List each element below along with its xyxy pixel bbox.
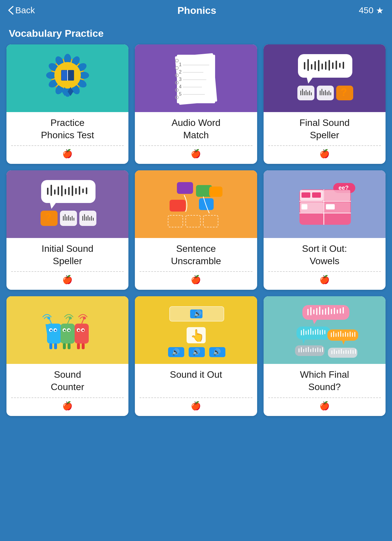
card-sort-it-out-vowels[interactable]: ee? Sort it Out:Vowels 🍎 [264, 170, 386, 290]
card-body-sort-it-out-vowels: Sort it Out:Vowels 🍎 [264, 238, 386, 290]
svg-rect-68 [330, 92, 331, 95]
card-title-sound-it-out: Sound it Out [140, 369, 252, 393]
svg-rect-88 [63, 216, 64, 221]
card-title-sort-it-out-vowels: Sort it Out:Vowels [268, 243, 381, 267]
svg-rect-223 [343, 351, 344, 354]
svg-rect-226 [350, 349, 351, 354]
svg-rect-51 [343, 62, 344, 69]
card-body-initial-sound-speller: Initial SoundSpeller 🍎 [6, 238, 128, 290]
card-sound-counter[interactable]: SoundCounter 🍎 [6, 296, 128, 416]
svg-rect-49 [336, 61, 337, 69]
svg-rect-173 [328, 307, 329, 315]
card-body-sound-counter: SoundCounter 🍎 [6, 364, 128, 416]
card-divider [268, 397, 381, 398]
card-sentence-unscramble[interactable]: SentenceUnscramble 🍎 [135, 170, 257, 290]
svg-rect-99 [89, 217, 90, 221]
svg-text:5: 5 [179, 91, 182, 96]
card-image-which-final-sound [264, 296, 386, 364]
card-audio-word-match[interactable]: 1 2 3 4 5 Audio WordMatch 🍎 [135, 44, 257, 164]
svg-rect-65 [325, 90, 326, 95]
svg-text:👆: 👆 [190, 328, 205, 342]
svg-rect-56 [302, 89, 303, 95]
svg-text:🔊: 🔊 [192, 348, 200, 356]
svg-rect-46 [325, 61, 326, 70]
svg-point-143 [78, 329, 80, 331]
svg-rect-209 [306, 348, 306, 352]
svg-rect-92 [70, 217, 71, 221]
svg-rect-218 [331, 350, 332, 354]
card-divider [11, 145, 124, 146]
card-image-audio-word-match: 1 2 3 4 5 [135, 44, 257, 112]
svg-rect-190 [322, 329, 323, 335]
card-which-final-sound[interactable]: Which FinalSound? 🍎 [264, 296, 386, 416]
svg-rect-50 [339, 63, 341, 68]
svg-line-145 [82, 319, 84, 324]
svg-rect-176 [337, 309, 338, 314]
score-display: 450 ★ [359, 5, 384, 16]
svg-rect-188 [317, 329, 318, 335]
back-button[interactable]: Back [8, 5, 35, 15]
svg-text:ee?: ee? [339, 184, 349, 191]
card-title-sound-counter: SoundCounter [11, 369, 124, 393]
svg-rect-62 [320, 91, 321, 95]
svg-rect-182 [303, 329, 304, 335]
svg-rect-121 [312, 192, 321, 198]
svg-rect-75 [58, 187, 59, 195]
svg-point-137 [68, 329, 70, 331]
apple-icon: 🍎 [140, 149, 252, 162]
svg-line-138 [68, 319, 70, 324]
svg-rect-216 [322, 347, 323, 352]
svg-rect-140 [75, 324, 89, 344]
svg-rect-72 [47, 188, 48, 195]
svg-rect-42 [311, 64, 312, 69]
svg-marker-71 [50, 203, 56, 209]
svg-rect-100 [91, 216, 92, 221]
score-value: 450 [359, 5, 373, 15]
svg-rect-166 [307, 309, 309, 315]
card-practice-phonics-test[interactable]: PracticePhonics Test 🍎 [6, 44, 128, 164]
svg-rect-64 [323, 91, 324, 95]
svg-rect-67 [329, 91, 329, 95]
svg-rect-207 [301, 347, 302, 352]
card-initial-sound-speller[interactable]: ? [6, 170, 128, 290]
card-image-sort-it-out-vowels: ee? [264, 170, 386, 238]
svg-rect-211 [310, 349, 311, 352]
svg-rect-212 [313, 348, 314, 352]
card-image-initial-sound-speller: ? [6, 170, 128, 238]
svg-rect-109 [203, 215, 218, 227]
svg-rect-44 [318, 60, 319, 71]
card-divider [11, 271, 124, 272]
svg-rect-215 [320, 348, 321, 352]
card-divider [140, 271, 252, 272]
svg-rect-202 [350, 332, 351, 337]
card-image-sound-it-out: 🔊 👆 🔊 🔊 🔊 [135, 296, 257, 364]
svg-rect-178 [343, 307, 344, 314]
svg-text:🔊: 🔊 [213, 348, 221, 356]
card-image-final-sound-speller: ? [264, 44, 386, 112]
apple-icon: 🍎 [11, 149, 124, 162]
svg-rect-199 [343, 333, 344, 337]
svg-rect-225 [348, 350, 349, 354]
svg-rect-149 [63, 343, 66, 349]
svg-rect-82 [82, 189, 84, 193]
card-final-sound-speller[interactable]: ? Final SoundSpeller 🍎 [264, 44, 386, 164]
card-body-practice-phonics-test: PracticePhonics Test 🍎 [6, 112, 128, 164]
svg-rect-63 [321, 89, 322, 95]
svg-rect-187 [315, 329, 316, 335]
apple-icon: 🍎 [140, 401, 252, 414]
svg-rect-204 [354, 332, 355, 337]
svg-point-129 [50, 329, 52, 331]
svg-marker-193 [342, 341, 345, 345]
svg-text:?: ? [45, 211, 51, 223]
svg-rect-151 [77, 343, 80, 349]
apple-icon: 🍎 [11, 275, 124, 287]
svg-rect-79 [72, 186, 73, 196]
svg-rect-175 [334, 308, 335, 314]
svg-rect-16 [61, 70, 67, 80]
card-sound-it-out[interactable]: 🔊 👆 🔊 🔊 🔊 Sound it Out 🍎 [135, 296, 257, 416]
card-body-audio-word-match: Audio WordMatch 🍎 [135, 112, 257, 164]
svg-rect-74 [54, 189, 56, 194]
svg-line-131 [49, 319, 51, 324]
svg-rect-148 [54, 343, 57, 349]
svg-rect-122 [301, 204, 307, 209]
